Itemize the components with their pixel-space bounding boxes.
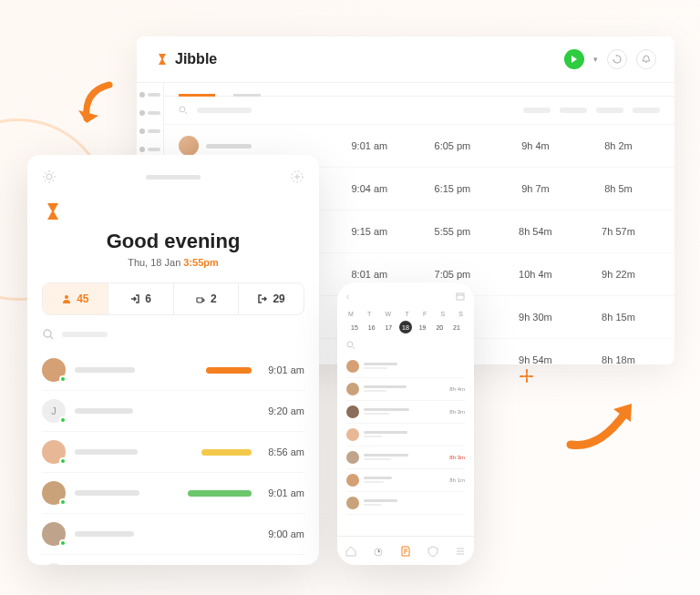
cell-total: 8h 54m <box>494 226 577 237</box>
refresh-button[interactable] <box>607 49 627 69</box>
phone-row[interactable]: 8h 1m <box>346 469 465 492</box>
stat-person[interactable]: 45 <box>43 283 108 314</box>
nav-home-icon[interactable] <box>345 545 357 558</box>
cell-total: 9h 54m <box>494 354 577 364</box>
phone-row[interactable]: 8h 4m <box>346 378 465 401</box>
svg-point-0 <box>180 107 185 112</box>
greeting-text: Good evening <box>42 230 304 253</box>
stat-value: 6 <box>145 292 151 305</box>
cell-in: 9:15 am <box>328 226 411 237</box>
cell-tracked: 8h 5m <box>577 183 660 194</box>
chevron-down-icon[interactable]: ▾ <box>593 55 598 64</box>
nav-menu-icon[interactable] <box>454 545 467 558</box>
avatar <box>346 383 359 395</box>
clock-in-button[interactable] <box>564 49 584 69</box>
avatar <box>346 428 359 441</box>
cal-day: W <box>386 311 392 317</box>
avatar <box>346 405 359 418</box>
gear-icon[interactable] <box>42 169 57 184</box>
avatar <box>346 474 359 487</box>
svg-point-1 <box>46 174 52 180</box>
cal-day: S <box>458 311 463 317</box>
stats-bar: 456229 <box>42 282 304 315</box>
jibble-logo-icon <box>155 52 170 67</box>
avatar: J <box>42 563 66 565</box>
cell-in: 9:04 am <box>328 183 411 194</box>
notifications-button[interactable] <box>636 49 656 69</box>
status-dot <box>59 457 67 465</box>
employee-time: 9:01 am <box>261 487 304 498</box>
duration: 8h 4m <box>449 386 465 392</box>
cal-date[interactable]: 15 <box>348 321 361 333</box>
cal-day: F <box>423 311 427 317</box>
stat-break[interactable]: 2 <box>174 283 240 314</box>
avatar <box>42 522 66 546</box>
kiosk-card: Good evening Thu, 18 Jan 3:55pm 456229 9… <box>27 155 319 565</box>
chevron-left-icon[interactable]: ‹ <box>346 292 349 302</box>
avatar <box>42 358 66 382</box>
phone-row[interactable] <box>346 492 465 515</box>
calendar-icon[interactable] <box>456 292 465 302</box>
employee-time: 9:00 am <box>261 528 304 539</box>
phone-row[interactable] <box>346 355 465 378</box>
duration: 8h 3m <box>449 455 465 460</box>
cal-date[interactable]: 16 <box>365 321 378 333</box>
employee-row[interactable]: 8:56 am <box>42 432 304 473</box>
cal-day: T <box>367 311 371 317</box>
arrow-decoration <box>563 395 645 458</box>
duration: 8h 1m <box>449 477 465 483</box>
nav-shield-icon[interactable] <box>427 545 439 558</box>
cal-date[interactable]: 21 <box>450 321 463 333</box>
cell-out: 6:15 pm <box>411 183 494 194</box>
phone-row[interactable]: 8h 3m <box>346 446 465 469</box>
cal-day: S <box>440 311 445 317</box>
cell-tracked: 8h 2m <box>577 140 660 151</box>
avatar <box>346 497 359 509</box>
stat-in[interactable]: 6 <box>108 283 174 314</box>
date-text: Thu, 18 Jan <box>128 257 180 268</box>
search-icon[interactable] <box>346 341 465 350</box>
arrow-decoration <box>73 77 118 132</box>
duration: 8h 3m <box>449 409 465 415</box>
cell-total: 9h 4m <box>494 140 577 151</box>
cell-out: 6:05 pm <box>411 140 494 151</box>
cal-date[interactable]: 17 <box>382 321 395 333</box>
employee-row[interactable]: 9:01 am <box>42 473 304 514</box>
nav-timer-icon[interactable] <box>372 545 385 558</box>
brand-name: Jibble <box>175 51 217 67</box>
phone-row[interactable] <box>346 424 465 446</box>
search-row[interactable] <box>42 328 304 341</box>
avatar <box>42 440 66 464</box>
cell-tracked: 9h 22m <box>577 269 660 280</box>
phone-mockup: ‹ MTWTFSS 15161718192021 8h 4m 8h 3m <box>337 282 474 565</box>
cal-day: M <box>348 311 354 317</box>
svg-point-6 <box>347 342 353 347</box>
cal-date[interactable]: 20 <box>433 321 446 333</box>
cell-tracked: 7h 57m <box>577 226 660 237</box>
nav-timesheet-icon[interactable] <box>399 545 412 558</box>
employee-row[interactable]: J 9:10 am <box>42 555 304 565</box>
cal-date[interactable]: 18 <box>399 321 412 333</box>
status-dot <box>59 416 67 424</box>
stat-value: 45 <box>77 292 88 305</box>
calendar: MTWTFSS 15161718192021 <box>346 311 465 333</box>
jibble-logo-icon <box>42 200 304 222</box>
employee-row[interactable]: J 9:20 am <box>42 391 304 432</box>
cal-date[interactable]: 19 <box>417 321 429 333</box>
cell-out: 7:05 pm <box>411 269 494 280</box>
search-icon <box>42 328 55 341</box>
phone-row[interactable]: 8h 3m <box>346 401 465 424</box>
cell-tracked: 8h 15m <box>577 312 660 323</box>
play-icon <box>571 56 578 63</box>
plus-decoration <box>518 367 536 385</box>
avatar <box>42 481 66 505</box>
employee-row[interactable]: 9:00 am <box>42 514 304 555</box>
logo: Jibble <box>155 51 217 67</box>
stat-out[interactable]: 29 <box>239 283 304 314</box>
add-icon[interactable] <box>290 169 304 184</box>
table-toolbar <box>164 97 674 125</box>
employee-row[interactable]: 9:01 am <box>42 350 304 391</box>
search-icon[interactable] <box>179 106 188 115</box>
status-dot <box>59 539 67 547</box>
avatar: J <box>42 399 66 423</box>
